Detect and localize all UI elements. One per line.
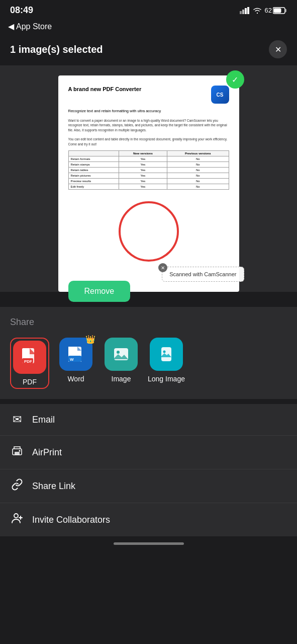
table-cell: Yes	[119, 162, 167, 168]
table-cell: Edit freely	[68, 184, 119, 190]
email-icon: ✉	[10, 413, 24, 426]
share-section-label: Share	[0, 307, 297, 333]
crown-badge: 👑	[85, 335, 95, 344]
svg-text:W: W	[70, 357, 74, 362]
cs-logo: CS	[211, 86, 229, 104]
menu-item-email[interactable]: ✉ Email	[0, 404, 297, 436]
doc-header: A brand new PDF Converter CS	[68, 86, 229, 104]
table-cell: No	[167, 168, 229, 173]
table-cell: Retain tables	[68, 168, 119, 173]
menu-section: ✉ Email AirPrint Share Link	[0, 404, 297, 536]
format-item-word[interactable]: 👑 W Word	[57, 338, 94, 389]
battery-icon: 62	[265, 7, 287, 14]
remove-button[interactable]: Remove	[68, 281, 131, 302]
table-cell: No	[167, 156, 229, 162]
table-cell: Retain pictures	[68, 173, 119, 179]
table-col0	[68, 151, 119, 156]
svg-rect-16	[161, 347, 171, 361]
word-format-label: Word	[67, 375, 84, 383]
watermark-text: Scanned with CamScanner	[169, 271, 236, 277]
airprint-icon	[10, 445, 24, 460]
back-button[interactable]: ◀ App Store	[8, 22, 52, 31]
word-doc-svg: W	[66, 345, 85, 364]
document-preview[interactable]: A brand new PDF Converter CS Recognize t…	[58, 75, 239, 292]
format-item-longimage[interactable]: Long Image	[148, 338, 185, 389]
table-cell: No	[167, 184, 229, 190]
pdf-doc-svg: PDF	[21, 347, 39, 367]
svg-rect-1	[242, 10, 244, 14]
back-label: App Store	[16, 22, 52, 31]
sharelink-label: Share Link	[32, 481, 75, 492]
invitecollab-icon	[10, 512, 24, 527]
home-bar	[114, 542, 184, 545]
email-label: Email	[32, 415, 55, 425]
table-cell: Retain formats	[68, 156, 119, 162]
longimage-svg	[157, 345, 175, 363]
battery-shape	[273, 7, 287, 14]
close-button[interactable]: ✕	[269, 40, 287, 58]
table-cell: Retain stamps	[68, 162, 119, 168]
selection-check-badge: ✓	[226, 70, 244, 89]
invitecollab-label: Invite Collaborators	[32, 515, 110, 525]
home-indicator	[0, 536, 297, 548]
svg-rect-2	[245, 8, 247, 14]
pdf-format-label: PDF	[23, 378, 37, 386]
table-col2: Previous versions	[167, 151, 229, 156]
status-icons: 62	[240, 7, 287, 14]
wifi-icon	[253, 7, 262, 14]
table-cell: No	[167, 162, 229, 168]
person-plus-svg	[11, 512, 23, 524]
table-cell: No	[167, 179, 229, 184]
longimage-format-label: Long Image	[148, 375, 185, 383]
table-cell: Yes	[119, 168, 167, 173]
doc-body2: You can edit text content and table dire…	[68, 137, 229, 147]
svg-point-17	[163, 351, 166, 353]
header-bar: 1 image(s) selected ✕	[0, 34, 297, 65]
preview-container: ✓ A brand new PDF Converter CS Recognize…	[58, 75, 239, 292]
status-time: 08:49	[10, 5, 33, 16]
svg-point-15	[117, 351, 120, 354]
longimage-format-icon	[150, 338, 183, 371]
svg-text:PDF: PDF	[24, 359, 32, 364]
image-format-label: Image	[112, 375, 131, 383]
format-row: PDF PDF 👑 W Word Image	[0, 333, 297, 399]
image-format-icon	[105, 338, 138, 371]
table-cell: Yes	[119, 173, 167, 179]
svg-rect-0	[240, 11, 242, 14]
doc-body1: Want to convert a paper document or an i…	[68, 118, 229, 133]
watermark-tooltip: ✕ Scanned with CamScanner	[162, 267, 244, 282]
pdf-format-icon: PDF	[13, 341, 46, 374]
svg-point-21	[14, 514, 18, 518]
table-cell: No	[167, 173, 229, 179]
sharelink-icon	[10, 478, 24, 494]
format-item-image[interactable]: Image	[103, 338, 140, 389]
preview-section: ✓ A brand new PDF Converter CS Recognize…	[0, 65, 297, 292]
table-cell: Preview results	[68, 179, 119, 184]
status-bar: 08:49 62	[0, 0, 297, 19]
svg-point-20	[19, 450, 21, 452]
close-icon: ✕	[275, 45, 281, 54]
check-icon: ✓	[232, 75, 238, 85]
doc-subtitle: Recognize text and retain formatting wit…	[68, 109, 229, 114]
svg-rect-19	[15, 452, 20, 455]
svg-rect-5	[285, 9, 287, 12]
table-cell: Yes	[119, 156, 167, 162]
menu-item-invitecollab[interactable]: Invite Collaborators	[0, 503, 297, 536]
menu-item-sharelink[interactable]: Share Link	[0, 469, 297, 503]
image-svg	[112, 345, 130, 363]
svg-rect-3	[247, 7, 249, 14]
top-nav: ◀ App Store	[0, 19, 297, 34]
airprint-label: AirPrint	[32, 447, 62, 458]
table-cell: Yes	[119, 184, 167, 190]
svg-rect-6	[274, 8, 281, 13]
format-item-pdf[interactable]: PDF PDF	[10, 338, 49, 389]
menu-item-airprint[interactable]: AirPrint	[0, 436, 297, 469]
printer-svg	[11, 445, 23, 457]
watermark-close-button[interactable]: ✕	[158, 263, 167, 272]
table-cell: Yes	[119, 179, 167, 184]
signal-icon	[240, 7, 250, 14]
table-col1: New versions	[119, 151, 167, 156]
doc-title: A brand new PDF Converter	[68, 86, 142, 93]
link-svg	[11, 478, 23, 491]
doc-table: New versions Previous versions Retain fo…	[68, 150, 229, 190]
